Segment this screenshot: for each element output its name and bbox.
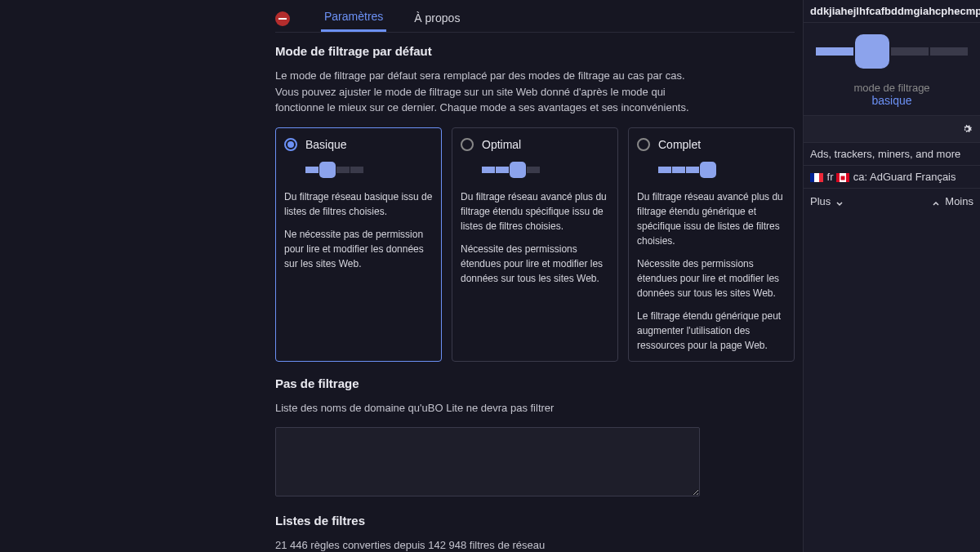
mode-title-basic: Basique: [305, 136, 347, 154]
radio-basic[interactable]: [284, 138, 297, 151]
mode-optimal-p2: Nécessite des permissions étendues pour …: [461, 242, 609, 286]
tab-about[interactable]: À propos: [411, 7, 463, 31]
nofilter-textarea[interactable]: [275, 427, 700, 496]
sidebar-slider[interactable]: [812, 34, 972, 69]
mode-basic-p1: Du filtrage réseau basique issu de liste…: [284, 189, 433, 219]
ublock-logo-icon: [275, 11, 290, 26]
filtering-desc: Le mode de filtrage par défaut sera remp…: [275, 68, 700, 116]
slider-optimal-icon: [482, 162, 609, 178]
mode-title-optimal: Optimal: [482, 136, 521, 154]
radio-complete[interactable]: [637, 138, 650, 151]
mode-optimal-p1: Du filtrage réseau avancé plus du filtra…: [461, 189, 609, 234]
flag-ca-icon: [836, 173, 849, 182]
extension-id: ddkjiahejlhfcafbddmgiahcphecmpfh: [804, 0, 980, 23]
radio-optimal[interactable]: [461, 138, 474, 151]
sidebar-plus-button[interactable]: Plus: [810, 195, 844, 207]
sidebar-mode-value: basique: [812, 94, 972, 107]
slider-basic-icon: [305, 162, 433, 178]
flag-fr-icon: [810, 173, 823, 182]
sidebar: ddkjiahejlhfcafbddmgiahcphecmpfh mode de…: [803, 0, 980, 552]
sb-row2-txt1: fr: [824, 171, 836, 183]
mode-complete-p2: Nécessite des permissions étendues pour …: [637, 256, 786, 300]
mode-card-basic[interactable]: Basique Du filtrage réseau basique issu …: [275, 127, 442, 362]
sidebar-moins-button[interactable]: Moins: [932, 195, 973, 207]
plus-label: Plus: [810, 195, 831, 207]
moins-label: Moins: [945, 195, 973, 207]
sidebar-mode-label: mode de filtrage: [812, 82, 972, 94]
slider-complete-icon: [658, 162, 786, 178]
sb-row2-txt2: ca: AdGuard Français: [850, 171, 956, 183]
mode-complete-p1: Du filtrage réseau avancé plus du filtra…: [637, 189, 786, 248]
mode-card-complete[interactable]: Complet Du filtrage réseau avancé plus d…: [628, 127, 795, 362]
sidebar-list-1: Ads, trackers, miners, and more: [804, 143, 980, 166]
mode-cards: Basique Du filtrage réseau basique issu …: [275, 127, 795, 362]
nofilter-desc: Liste des noms de domaine qu'uBO Lite ne…: [275, 400, 700, 416]
mode-complete-p3: Le filtrage étendu générique peut augmen…: [637, 309, 786, 353]
mode-basic-p2: Ne nécessite pas de permission pour lire…: [284, 227, 433, 271]
lists-stats: 21 446 règles converties depuis 142 948 …: [275, 537, 700, 552]
chevron-up-icon: [932, 198, 940, 206]
tab-settings[interactable]: Paramètres: [321, 5, 386, 32]
lists-heading: Listes de filtres: [275, 514, 795, 528]
filtering-heading: Mode de filtrage par défaut: [275, 44, 795, 58]
chevron-down-icon: [835, 198, 844, 206]
mode-title-complete: Complet: [658, 136, 701, 154]
tab-bar: Paramètres À propos: [275, 0, 795, 33]
gear-icon[interactable]: [960, 122, 973, 136]
nofilter-heading: Pas de filtrage: [275, 376, 795, 390]
sidebar-list-2: fr ca: AdGuard Français: [804, 166, 980, 189]
mode-card-optimal[interactable]: Optimal Du filtrage réseau avancé plus d…: [452, 127, 618, 362]
